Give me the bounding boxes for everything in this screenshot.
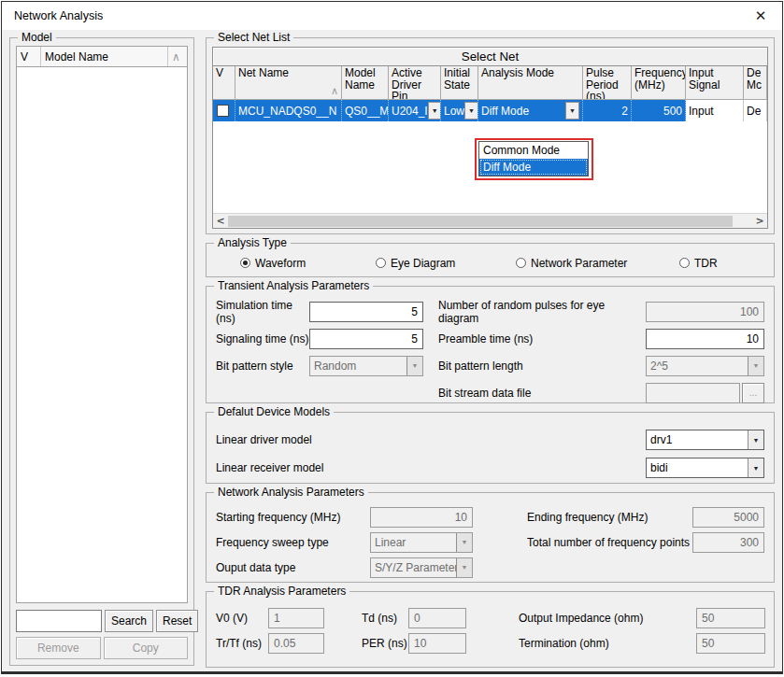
search-button[interactable]: Search (105, 610, 153, 632)
col-header-active-driver-pin[interactable]: Active Driver Pin (389, 66, 441, 100)
transient-row-4: Bit stream data file ... (216, 379, 764, 406)
scrollbar-thumb[interactable] (228, 216, 733, 227)
col-header-input-signal[interactable]: Input Signal (686, 66, 744, 100)
select-net-list-label: Select Net List (214, 31, 293, 44)
radio-tdr[interactable]: TDR (679, 257, 766, 270)
row-pulse-period-cell[interactable]: 2 (583, 100, 632, 121)
col-header-net-name[interactable]: Net Name∧ (235, 66, 342, 100)
bit-stream-file-label: Bit stream data file (438, 387, 646, 400)
frequency-sweep-type-combo: Linear▼ (370, 532, 473, 553)
sort-ascending-icon[interactable]: ∧ (168, 47, 187, 66)
sort-ascending-icon: ∧ (331, 85, 338, 97)
radio-dot-icon (376, 258, 386, 268)
col-header-initial-state[interactable]: Initial State (441, 66, 478, 100)
model-name-column-header[interactable]: Model Name (41, 47, 168, 66)
transient-row-2: Signaling time (ns) Preamble time (ns) (216, 325, 764, 352)
output-data-type-value: S/Y/Z Parameter (371, 558, 456, 577)
row-device-model-cell[interactable]: De (744, 100, 767, 121)
signaling-time-input[interactable] (309, 329, 423, 349)
model-button-row: Remove Copy (16, 637, 188, 659)
dropdown-arrow-icon: ▼ (456, 558, 472, 577)
ending-frequency-input (692, 507, 764, 528)
radio-tdr-label: TDR (694, 257, 718, 270)
output-data-type-label: Ouput data type (216, 561, 370, 574)
browse-button: ... (742, 383, 764, 403)
col-header-model-name[interactable]: Model Name (342, 66, 389, 100)
signaling-time-label: Signaling time (ns) (216, 332, 309, 346)
row-model-name-cell[interactable]: QS0__MCU (342, 100, 389, 121)
analysis-mode-value: Diff Mode (481, 105, 529, 118)
bit-pattern-style-label: Bit pattern style (216, 360, 309, 373)
td-input (408, 608, 466, 628)
scroll-left-icon[interactable]: < (213, 214, 228, 229)
row-frequency-cell[interactable]: 500 (632, 100, 686, 121)
dropdown-arrow-icon[interactable]: ▼ (748, 430, 763, 449)
row-active-driver-pin-cell[interactable]: U204_I▼ (389, 100, 441, 121)
row-check-cell (213, 100, 235, 121)
col-header-device-model[interactable]: De Mc (744, 66, 767, 100)
num-random-pulses-label: Number of random pulses for eye diagram (438, 299, 646, 325)
device-models-label: Defalut Device Models (214, 405, 334, 418)
row-net-name-cell[interactable]: MCU_NADQS0__N (235, 100, 342, 121)
analysis-mode-dropdown-icon[interactable]: ▼ (565, 102, 579, 120)
linear-driver-model-combo[interactable]: drv1▼ (646, 430, 764, 450)
model-list[interactable] (16, 66, 188, 603)
radio-waveform[interactable]: Waveform (240, 257, 376, 270)
row-checkbox[interactable] (217, 105, 229, 117)
preamble-time-input[interactable] (646, 329, 764, 349)
col-header-pulse-period[interactable]: Pulse Period (ns) (583, 66, 632, 100)
transient-row-3: Bit pattern style Random▼ Bit pattern le… (216, 352, 764, 379)
bit-stream-file-row: ... (646, 383, 764, 403)
col-header-check[interactable]: V (213, 66, 235, 100)
dropdown-option-common-mode[interactable]: Common Mode (479, 142, 588, 159)
initial-state-dropdown-icon[interactable]: ▼ (464, 102, 478, 120)
reset-button[interactable]: Reset (156, 610, 198, 632)
row-initial-state-cell[interactable]: Low▼ (441, 100, 478, 121)
linear-driver-model-label: Linear driver model (216, 433, 646, 446)
bit-stream-file-input (646, 383, 740, 403)
select-net-button[interactable]: Select Net (212, 47, 768, 66)
model-check-column-header[interactable]: V (17, 47, 41, 66)
dialog-body: Model V Model Name ∧ Search Reset Remove… (2, 30, 782, 671)
tr-tf-input (268, 633, 324, 654)
linear-driver-model-value: drv1 (647, 430, 748, 449)
preamble-time-label: Preamble time (ns) (438, 332, 646, 346)
analysis-type-options: Waveform Eye Diagram Network Parameter T… (214, 257, 766, 270)
model-panel: Model V Model Name ∧ Search Reset Remove… (9, 37, 194, 666)
transient-row-1: Simulation time (ns) Number of random pu… (216, 298, 764, 325)
radio-dot-icon (240, 258, 250, 268)
linear-receiver-model-combo[interactable]: bidi▼ (646, 458, 764, 478)
row-analysis-mode-cell[interactable]: Diff Mode▼ (478, 100, 583, 121)
output-data-type-combo: S/Y/Z Parameter▼ (370, 557, 473, 578)
scroll-right-icon[interactable]: > (752, 214, 767, 229)
radio-network-parameter[interactable]: Network Parameter (516, 257, 679, 270)
horizontal-scrollbar: < > (213, 213, 767, 228)
window-title: Network Analysis (2, 9, 103, 22)
network-row-2: Frequency sweep type Linear▼ Total numbe… (216, 529, 764, 555)
col-header-analysis-mode[interactable]: Analysis Mode (478, 66, 583, 100)
row-input-signal-cell[interactable]: Input (686, 100, 744, 121)
network-row-3: Ouput data type S/Y/Z Parameter▼ (216, 555, 764, 580)
starting-frequency-label: Starting frequency (MHz) (216, 511, 370, 524)
col-header-frequency[interactable]: Frequency (MHz) (632, 66, 686, 100)
copy-button: Copy (104, 637, 189, 659)
dropdown-option-diff-mode[interactable]: Diff Mode (479, 159, 588, 176)
linear-receiver-model-label: Linear receiver model (216, 461, 646, 474)
model-search-input[interactable] (16, 610, 102, 632)
termination-input (696, 633, 765, 654)
transient-group-label: Transient Analysis Parameters (214, 279, 373, 292)
analysis-mode-dropdown-list: Common Mode Diff Mode (478, 141, 589, 176)
bit-pattern-length-combo: 2^5▼ (646, 356, 764, 376)
radio-dot-icon (516, 258, 526, 268)
active-driver-pin-dropdown-icon[interactable]: ▼ (428, 102, 441, 120)
dropdown-arrow-icon[interactable]: ▼ (748, 458, 763, 477)
net-table-row: MCU_NADQS0__N QS0__MCU U204_I▼ Low▼ Diff… (213, 100, 767, 121)
simulation-time-input[interactable] (309, 302, 423, 322)
close-icon[interactable]: ✕ (739, 2, 782, 30)
tdr-row-2: Tr/Tf (ns) PER (ns) Termination (ohm) (216, 630, 764, 656)
active-driver-pin-value: U204_I (392, 105, 428, 118)
radio-eye-diagram[interactable]: Eye Diagram (376, 257, 516, 270)
select-net-list-group: Select Net List Select Net V Net Name∧ M… (206, 37, 775, 234)
total-frequency-points-label: Total number of frequency points (527, 536, 692, 549)
bit-pattern-style-combo: Random▼ (309, 356, 423, 376)
